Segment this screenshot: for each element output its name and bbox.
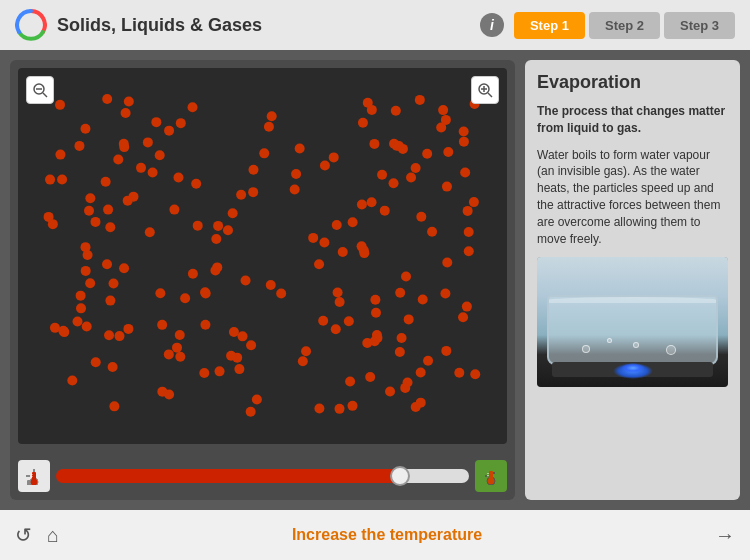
panel-description-2: Water boils to form water vapour (an inv…: [537, 147, 728, 248]
panel-description-1: The process that changes matter from liq…: [537, 103, 728, 137]
app-title: Solids, Liquids & Gases: [57, 15, 465, 36]
zoom-out-button[interactable]: [26, 76, 54, 104]
bottom-bar: ↺ ⌂ Increase the temperature →: [0, 510, 750, 560]
left-panel: [10, 60, 515, 500]
temp-decrease-button[interactable]: [18, 460, 50, 492]
temp-increase-button[interactable]: [475, 460, 507, 492]
step3-button[interactable]: Step 3: [664, 12, 735, 39]
steps-container: Step 1 Step 2 Step 3: [514, 12, 735, 39]
slider-container: [10, 452, 515, 500]
logo-icon: [15, 9, 47, 41]
header: Solids, Liquids & Gases i Step 1 Step 2 …: [0, 0, 750, 50]
temperature-slider[interactable]: [56, 469, 469, 483]
svg-rect-19: [487, 475, 489, 476]
step1-button[interactable]: Step 1: [514, 12, 585, 39]
svg-rect-13: [31, 474, 33, 475]
home-icon[interactable]: ⌂: [47, 524, 59, 547]
right-panel: Evaporation The process that changes mat…: [525, 60, 740, 500]
reset-icon[interactable]: ↺: [15, 523, 32, 547]
panel-title: Evaporation: [537, 72, 728, 93]
boiling-image: [537, 257, 728, 387]
info-icon[interactable]: i: [480, 13, 504, 37]
zoom-in-button[interactable]: [471, 76, 499, 104]
particle-canvas: [18, 68, 507, 444]
main-content: Evaporation The process that changes mat…: [0, 50, 750, 510]
svg-rect-17: [489, 471, 493, 481]
next-arrow-icon[interactable]: →: [715, 524, 735, 547]
svg-rect-18: [487, 473, 489, 474]
simulation-area: [18, 68, 507, 444]
step2-button[interactable]: Step 2: [589, 12, 660, 39]
instruction-text: Increase the temperature: [74, 526, 700, 544]
boiling-image-visual: [537, 257, 728, 387]
svg-line-2: [43, 93, 47, 97]
svg-rect-14: [31, 476, 33, 477]
svg-line-5: [488, 93, 492, 97]
